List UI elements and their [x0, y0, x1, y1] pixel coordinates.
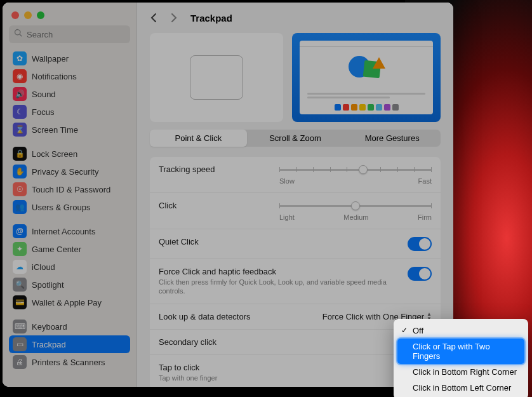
sidebar-icon: ☾	[13, 105, 27, 119]
sidebar-item-label: Internet Accounts	[32, 227, 95, 236]
sidebar-item-printers-scanners[interactable]: 🖨Printers & Scanners	[9, 353, 130, 371]
back-button[interactable]	[146, 10, 161, 25]
check-icon: ✓	[401, 326, 408, 335]
tab-bar: Point & ClickScroll & ZoomMore Gestures	[150, 130, 441, 147]
sidebar-item-privacy-security[interactable]: ✋Privacy & Security	[9, 163, 130, 180]
sidebar-icon: 🖨	[13, 355, 27, 369]
sidebar-icon: 🔊	[13, 87, 27, 101]
window-controls	[3, 3, 136, 19]
system-settings-window: ✿Wallpaper◉Notifications🔊Sound☾Focus⌛Scr…	[3, 3, 453, 387]
sidebar-icon: ☉	[13, 182, 27, 196]
sidebar-icon: ◉	[13, 69, 27, 83]
sidebar-icon: 💳	[13, 295, 27, 309]
label: Force Click and haptic feedback	[159, 267, 399, 276]
sidebar-item-label: Keyboard	[32, 322, 67, 332]
sidebar-item-label: Game Center	[32, 245, 81, 254]
sidebar-item-touch-id-password[interactable]: ☉Touch ID & Password	[9, 180, 130, 198]
toolbar: Trackpad	[137, 3, 453, 33]
sidebar-icon: @	[13, 224, 27, 238]
sidebar-item-label: Users & Groups	[32, 203, 90, 212]
force-click-toggle[interactable]	[408, 267, 432, 281]
sidebar-item-internet-accounts[interactable]: @Internet Accounts	[9, 222, 130, 240]
forward-button[interactable]	[166, 10, 182, 25]
page-title: Trackpad	[190, 13, 232, 24]
label: Tap to click	[159, 363, 432, 372]
search-icon	[14, 29, 27, 40]
sidebar: ✿Wallpaper◉Notifications🔊Sound☾Focus⌛Scr…	[3, 3, 137, 387]
sidebar-icon: 👥	[13, 200, 27, 214]
preview-row	[150, 33, 441, 122]
sidebar-icon: ▭	[13, 337, 27, 351]
label: Tracking speed	[159, 165, 270, 174]
sidebar-item-lock-screen[interactable]: 🔒Lock Screen	[9, 145, 130, 163]
sidebar-item-label: Trackpad	[32, 340, 66, 349]
sidebar-item-sound[interactable]: 🔊Sound	[9, 85, 130, 103]
close-window-button[interactable]	[11, 11, 19, 19]
dropdown-item[interactable]: Click in Bottom Left Corner	[397, 380, 524, 396]
sidebar-item-wallpaper[interactable]: ✿Wallpaper	[9, 50, 130, 67]
sidebar-item-spotlight[interactable]: 🔍Spotlight	[9, 276, 130, 293]
sidebar-item-label: Wallet & Apple Pay	[32, 298, 102, 307]
dropdown-item[interactable]: ✓Off	[397, 323, 524, 339]
row-force-click: Force Click and haptic feedback Click th…	[150, 259, 441, 304]
sidebar-item-game-center[interactable]: ✦Game Center	[9, 240, 130, 258]
tab-more-gestures[interactable]: More Gestures	[343, 130, 441, 147]
row-tracking-speed: Tracking speed SlowFast	[150, 157, 441, 193]
sidebar-item-icloud[interactable]: ☁iCloud	[9, 258, 130, 276]
sidebar-item-label: Focus	[32, 107, 54, 117]
label: Look up & data detectors	[159, 312, 314, 321]
sidebar-icon: 🔒	[13, 147, 27, 161]
search-input[interactable]	[27, 30, 125, 39]
sidebar-item-label: Screen Time	[32, 125, 78, 135]
secondary-click-dropdown: ✓OffClick or Tap with Two FingersClick i…	[394, 319, 528, 397]
sidebar-list: ✿Wallpaper◉Notifications🔊Sound☾Focus⌛Scr…	[3, 47, 136, 387]
row-click: Click LightMediumFirm	[150, 193, 441, 229]
trackpad-icon	[190, 55, 243, 100]
sidebar-item-label: Privacy & Security	[32, 167, 98, 177]
sidebar-icon: ⌛	[13, 123, 27, 137]
sidebar-item-label: Touch ID & Password	[32, 185, 110, 194]
dropdown-item[interactable]: Click in Bottom Right Corner	[397, 364, 524, 380]
sidebar-item-keyboard[interactable]: ⌨Keyboard	[9, 318, 130, 335]
tracking-speed-slider[interactable]	[279, 165, 432, 175]
sidebar-item-label: iCloud	[32, 262, 55, 272]
search-field[interactable]	[9, 25, 130, 43]
row-quiet-click: Quiet Click	[150, 229, 441, 259]
sidebar-item-wallet-apple-pay[interactable]: 💳Wallet & Apple Pay	[9, 293, 130, 311]
tab-scroll-zoom[interactable]: Scroll & Zoom	[247, 130, 344, 147]
sidebar-icon: ✿	[13, 51, 27, 65]
label: Secondary click	[159, 337, 432, 347]
sidebar-item-trackpad[interactable]: ▭Trackpad	[9, 335, 130, 353]
sidebar-item-users-groups[interactable]: 👥Users & Groups	[9, 198, 130, 216]
sidebar-item-label: Lock Screen	[32, 149, 77, 159]
sidebar-icon: 🔍	[13, 278, 27, 292]
sidebar-item-screen-time[interactable]: ⌛Screen Time	[9, 121, 130, 138]
sidebar-item-label: Spotlight	[32, 280, 64, 290]
sublabel: Click then press firmly for Quick Look, …	[159, 278, 399, 296]
minimize-window-button[interactable]	[24, 11, 32, 19]
sidebar-item-label: Sound	[32, 90, 56, 99]
quiet-click-toggle[interactable]	[408, 237, 432, 251]
sidebar-icon: ✋	[13, 165, 27, 178]
label: Quiet Click	[159, 237, 399, 246]
sidebar-item-label: Wallpaper	[32, 54, 69, 64]
sidebar-item-label: Notifications	[32, 72, 77, 81]
gesture-preview	[292, 33, 441, 122]
zoom-window-button[interactable]	[37, 11, 44, 19]
sidebar-item-focus[interactable]: ☾Focus	[9, 103, 130, 121]
sidebar-icon: ✦	[13, 242, 27, 256]
click-slider[interactable]	[279, 201, 432, 211]
tab-point-click[interactable]: Point & Click	[150, 130, 247, 147]
dropdown-item[interactable]: Click or Tap with Two Fingers	[397, 339, 524, 364]
sidebar-icon: ☁	[13, 260, 27, 274]
trackpad-preview	[150, 33, 283, 122]
label: Click	[159, 201, 270, 210]
sidebar-item-notifications[interactable]: ◉Notifications	[9, 67, 130, 85]
sidebar-icon: ⌨	[13, 320, 27, 333]
sublabel: Tap with one finger	[159, 373, 432, 382]
sidebar-item-label: Printers & Scanners	[32, 358, 105, 367]
